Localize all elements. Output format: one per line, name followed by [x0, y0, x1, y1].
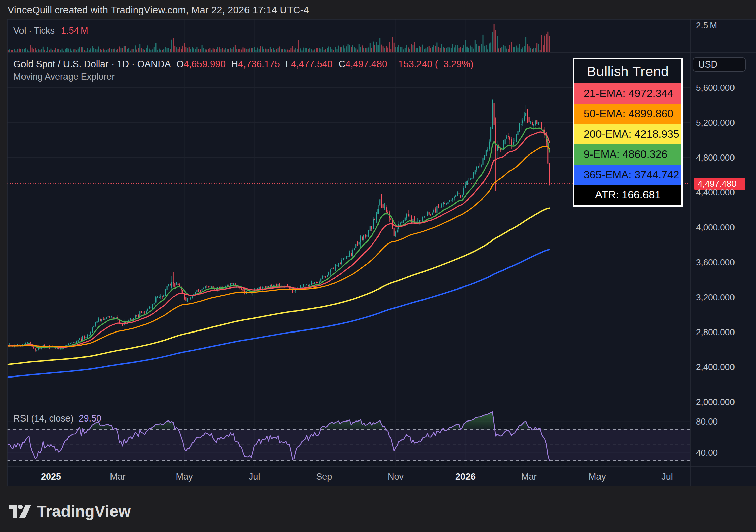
- tradingview-logo[interactable]: TradingView: [9, 502, 131, 520]
- trend-legend-box: Bullish Trend 21-EMA: 4972.34450-EMA: 48…: [573, 58, 683, 207]
- price-axis-label: 3,200.000: [696, 292, 735, 302]
- legend-row-0: 21-EMA: 4972.344: [574, 83, 681, 104]
- ohlc-prefix-o: O: [176, 59, 184, 69]
- ohlc-value-o: 4,659.990: [184, 59, 226, 69]
- attribution-text: VinceQuill created with TradingView.com,…: [8, 5, 309, 16]
- tradingview-brand-text: TradingView: [37, 502, 131, 520]
- time-axis-label-mar: Mar: [110, 472, 126, 482]
- ohlc-value-h: 4,736.175: [238, 59, 280, 69]
- ohlc-value-c: 4,497.480: [345, 59, 387, 69]
- rsi-indicator-label[interactable]: RSI (14, close)29.50: [13, 413, 101, 424]
- time-axis-label-may: May: [176, 472, 193, 482]
- time-axis-label-nov: Nov: [388, 472, 404, 482]
- price-axis-label: 5,600.000: [696, 82, 735, 93]
- price-axis-label: 4,800.000: [696, 152, 735, 163]
- time-axis-label-may: May: [589, 472, 606, 482]
- legend-row-4: 365-EMA: 3744.742: [574, 165, 681, 185]
- symbol-title: Gold Spot / U.S. Dollar · 1D · OANDA: [13, 59, 171, 69]
- indicator-subtitle[interactable]: Moving Average Explorer: [13, 72, 115, 82]
- price-axis-label: 4,400.000: [696, 187, 735, 197]
- legend-row-2: 200-EMA: 4218.935: [574, 124, 681, 144]
- legend-row-5: ATR: 166.681: [574, 185, 681, 206]
- time-axis-label-sep: Sep: [316, 472, 332, 482]
- price-axis-label: 2,800.000: [696, 327, 735, 337]
- tradingview-logomark: [9, 505, 31, 518]
- legend-row-1: 50-EMA: 4899.860: [574, 104, 681, 124]
- chart-shell[interactable]: Vol · Ticks1.54 M Gold Spot / U.S. Dolla…: [0, 19, 756, 486]
- volume-value: 1.54 M: [61, 26, 88, 36]
- time-axis-label-jul: Jul: [661, 472, 673, 482]
- volume-axis-label: 2.5 M: [696, 20, 717, 31]
- currency-toggle-button[interactable]: USD: [693, 57, 746, 72]
- time-axis-label-jul: Jul: [249, 472, 260, 482]
- volume-indicator-label[interactable]: Vol · Ticks1.54 M: [13, 26, 88, 36]
- change-value: −153.240 (−3.29%): [393, 59, 474, 69]
- ohlc-prefix-h: H: [231, 59, 238, 69]
- rsi-label-text: RSI (14, close): [13, 413, 74, 424]
- time-axis-label-mar: Mar: [521, 472, 537, 482]
- rsi-axis-label: 40.00: [696, 448, 718, 458]
- rsi-axis-label: 80.00: [696, 416, 718, 427]
- price-axis-label: 5,200.000: [696, 117, 735, 128]
- time-axis-label-2026: 2026: [455, 472, 476, 482]
- rsi-band: [7, 429, 690, 460]
- legend-row-3: 9-EMA: 4860.326: [574, 144, 681, 165]
- ohlc-values: O4,659.990H4,736.175L4,477.540C4,497.480: [171, 59, 387, 69]
- currency-label: USD: [698, 59, 717, 70]
- ohlc-prefix-l: L: [286, 59, 291, 69]
- trend-legend-title: Bullish Trend: [574, 59, 681, 83]
- time-axis-label-2025: 2025: [41, 472, 61, 482]
- symbol-header[interactable]: Gold Spot / U.S. Dollar · 1D · OANDAO4,6…: [13, 59, 473, 70]
- ohlc-value-l: 4,477.540: [291, 59, 333, 69]
- tradingview-chart-screenshot: VinceQuill created with TradingView.com,…: [0, 0, 756, 532]
- price-axis-label: 3,600.000: [696, 257, 735, 267]
- volume-label-text: Vol · Ticks: [13, 26, 55, 36]
- price-axis-label: 2,400.000: [696, 362, 735, 372]
- rsi-value: 29.50: [79, 413, 102, 424]
- ohlc-prefix-c: C: [339, 59, 345, 69]
- price-axis-label: 4,000.000: [696, 222, 735, 232]
- price-axis-label: 2,000.000: [696, 397, 735, 407]
